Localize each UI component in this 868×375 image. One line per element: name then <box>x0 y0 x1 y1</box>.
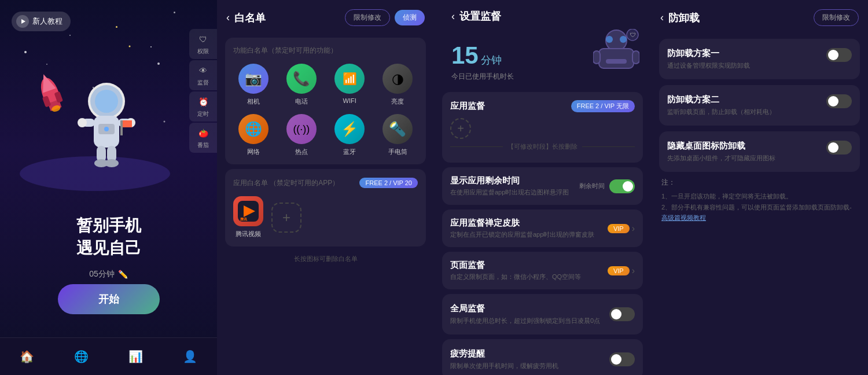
permissions-label: 权限 <box>197 47 209 56</box>
app-whitelist-title-group: 应用白名单 （禁定时可用的APP） <box>233 177 339 188</box>
show-remaining-title: 显示应用剩余时间 <box>450 175 569 186</box>
back-button[interactable]: ‹ <box>226 12 230 24</box>
anti-option-3-row: 隐藏桌面图标防卸载 先添加桌面小组件，才可隐藏应用图标 <box>667 141 852 163</box>
feature-network[interactable]: 🌐 网络 <box>233 114 273 156</box>
note-title: 注： <box>661 178 858 188</box>
page-vip-badge: VIP <box>608 266 630 275</box>
robot-svg: 🛡 <box>593 29 639 75</box>
home-icon: 🏠 <box>20 350 34 363</box>
anti-limit-modify-button[interactable]: 限制修改 <box>814 9 859 26</box>
bottom-navigation: 🏠 🌐 📊 👤 <box>0 337 217 375</box>
stats-icon: 📊 <box>128 350 143 363</box>
feature-phone[interactable]: 📞 电话 <box>281 64 321 106</box>
add-app-monitor-button[interactable]: + <box>450 118 471 139</box>
phone-icon: 📞 <box>286 64 317 94</box>
feature-icons-grid: 📷 相机 📞 电话 📶 WIFI ◑ 亮度 🌐 网络 ((·)) 热点 <box>233 64 418 156</box>
feature-brightness[interactable]: ◑ 亮度 <box>378 64 418 106</box>
fatigue-toggle[interactable] <box>609 352 635 366</box>
page-monitor-sub: 自定义限制页面，如：微信小程序、QQ空间等 <box>450 273 581 281</box>
panel-anti-uninstall: ‹ 防卸载 限制修改 防卸载方案一 通过设备管理权限实现防卸载 防卸载方案二 监… <box>651 0 868 375</box>
app-skin-section: 应用监督禅定皮肤 定制在点开已锁定的应用监督app时出现的弹窗皮肤 VIP › <box>442 209 643 247</box>
nav-profile[interactable]: 👤 <box>183 350 197 363</box>
feature-wifi[interactable]: 📶 WIFI <box>330 64 370 106</box>
start-button[interactable]: 开始 <box>58 284 160 314</box>
svg-text:🛡: 🛡 <box>630 32 636 38</box>
svg-point-32 <box>606 36 613 43</box>
sidebar-icons: 🛡 权限 👁 监督 ⏰ 定时 🍅 番茄 <box>189 29 217 153</box>
app-skin-row: 应用监督禅定皮肤 定制在点开已锁定的应用监督app时出现的弹窗皮肤 VIP › <box>450 218 635 239</box>
play-icon <box>16 15 29 28</box>
video-tutorial-link[interactable]: 高级篇视频教程 <box>661 214 706 221</box>
anti-option-2-text: 防卸载方案二 监听卸载页面，防止卸载（相对耗电） <box>667 94 775 116</box>
svg-point-26 <box>163 121 165 123</box>
bluetooth-icon: ⚡ <box>334 114 365 144</box>
panel-monitor: ‹ 设置监督 15 分钟 今日已使用手机时长 🛡 <box>434 0 651 375</box>
feature-bluetooth[interactable]: ⚡ 蓝牙 <box>330 114 370 156</box>
show-remaining-sub: 在使用应用监督app时出现右边图样悬浮图 <box>450 188 569 197</box>
page-monitor-row: 页面监督 自定义限制页面，如：微信小程序、QQ空间等 VIP › <box>450 260 635 281</box>
sidebar-item-timer[interactable]: ⏰ 定时 <box>189 91 217 122</box>
anti-option-2-toggle[interactable] <box>826 94 852 108</box>
app-skin-sub: 定制在点开已锁定的应用监督app时出现的弹窗皮肤 <box>450 230 594 239</box>
app-tencent-video[interactable]: 腾讯 腾讯视频 <box>233 196 263 238</box>
app-whitelist-header: 应用白名单 （禁定时可用的APP） FREE 2 / VIP 20 <box>233 177 418 188</box>
anti-option-3-toggle[interactable] <box>826 141 852 155</box>
global-monitor-section: 全局监督 限制手机使用总时长，超过则强制锁定到当日凌晨0点 <box>442 294 643 334</box>
time-number: 15 <box>451 42 479 69</box>
monitor-label: 监督 <box>197 79 209 87</box>
brightness-label: 亮度 <box>391 97 404 106</box>
sidebar-item-permissions[interactable]: 🛡 权限 <box>189 29 217 59</box>
monitor-header: ‹ 设置监督 <box>442 0 643 30</box>
nav-explore[interactable]: 🌐 <box>74 350 89 363</box>
feature-whitelist-section: 功能白名单（禁定时可用的功能） 📷 相机 📞 电话 📶 WIFI ◑ 亮度 🌐 … <box>225 38 426 164</box>
timer-value: 05分钟 <box>89 269 115 280</box>
global-monitor-toggle[interactable] <box>609 307 635 321</box>
svg-text:腾讯: 腾讯 <box>240 217 248 221</box>
monitor-top: ‹ 设置监督 15 分钟 今日已使用手机时长 🛡 <box>434 0 651 87</box>
edit-icon[interactable]: ✏️ <box>118 270 128 279</box>
svg-point-24 <box>157 62 160 65</box>
tencent-video-icon: 腾讯 <box>233 196 263 226</box>
tomato-icon: 🍅 <box>197 127 209 139</box>
app-icons-grid: 腾讯 腾讯视频 + <box>233 196 418 238</box>
timer-label: 定时 <box>197 110 209 118</box>
feature-flashlight[interactable]: 🔦 手电筒 <box>378 114 418 156</box>
app-skin-text: 应用监督禅定皮肤 定制在点开已锁定的应用监督app时出现的弹窗皮肤 <box>450 218 594 239</box>
feature-hotspot[interactable]: ((·)) 热点 <box>281 114 321 156</box>
note-text: 1、一旦开启该功能，禅定空间将无法被卸载。 2、部分手机有兼容性问题，可以使用页… <box>661 191 858 223</box>
tomato-label: 番茄 <box>197 141 209 149</box>
main-tagline-line2: 遇见自己 <box>0 237 217 259</box>
remaining-time-toggle[interactable] <box>609 179 635 193</box>
nav-home[interactable]: 🏠 <box>20 350 34 363</box>
page-monitor-title: 页面监督 <box>450 260 581 271</box>
hotspot-label: 热点 <box>295 148 308 156</box>
anti-notes-section: 注： 1、一旦开启该功能，禅定空间将无法被卸载。 2、部分手机有兼容性问题，可以… <box>659 178 860 223</box>
fatigue-section: 疲劳提醒 限制单次使用手机时间，缓解疲劳用机 <box>442 339 643 375</box>
tutorial-label: 新人教程 <box>32 16 62 27</box>
anti-back-button[interactable]: ‹ <box>660 12 664 24</box>
limit-modify-button[interactable]: 限制修改 <box>345 9 390 26</box>
anti-option-1-text: 防卸载方案一 通过设备管理权限实现防卸载 <box>667 48 750 70</box>
main-tagline: 暂别手机 遇见自己 <box>0 214 217 259</box>
sidebar-item-tomato[interactable]: 🍅 番茄 <box>189 123 217 153</box>
anti-option-1-title: 防卸载方案一 <box>667 48 750 59</box>
timer-icon: ⏰ <box>197 95 209 108</box>
timer-display: 05分钟 ✏️ <box>0 269 217 280</box>
show-remaining-row: 显示应用剩余时间 在使用应用监督app时出现右边图样悬浮图 剩余时间 <box>450 175 635 197</box>
anti-option-2-sub: 监听卸载页面，防止卸载（相对耗电） <box>667 108 775 116</box>
feature-camera[interactable]: 📷 相机 <box>233 64 273 106</box>
anti-option-1-toggle[interactable] <box>826 48 852 62</box>
monitor-back-button[interactable]: ‹ <box>451 10 455 23</box>
tutorial-button[interactable]: 新人教程 <box>12 12 71 31</box>
add-app-button[interactable]: + <box>271 203 301 233</box>
detect-button[interactable]: 侦测 <box>395 10 425 25</box>
sidebar-item-monitor[interactable]: 👁 监督 <box>189 60 217 90</box>
nav-stats[interactable]: 📊 <box>128 350 143 363</box>
space-scene <box>0 32 189 200</box>
anti-uninstall-title: 防卸载 <box>668 11 809 25</box>
skin-vip-group: VIP › <box>608 223 635 234</box>
anti-option-2-row: 防卸载方案二 监听卸载页面，防止卸载（相对耗电） <box>667 94 852 116</box>
global-monitor-text: 全局监督 限制手机使用总时长，超过则强制锁定到当日凌晨0点 <box>450 303 600 325</box>
phone-label: 电话 <box>295 97 308 106</box>
note-line-2: 2、部分手机有兼容性问题，可以使用页面监督添加卸载页面防卸载-高级篇视频教程 <box>661 202 858 223</box>
